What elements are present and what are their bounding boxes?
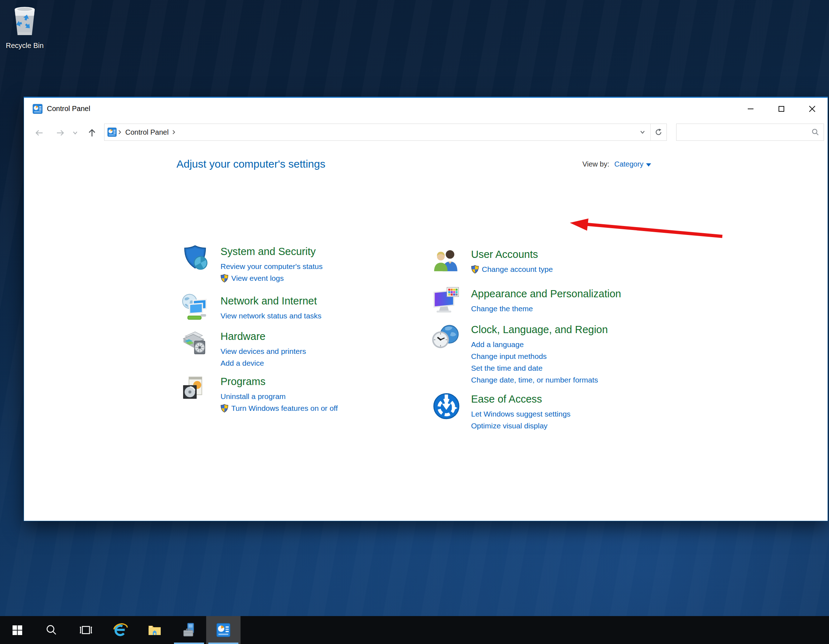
control-panel-icon	[107, 128, 117, 137]
control-panel-icon	[33, 104, 43, 114]
system-window-button[interactable]	[172, 616, 206, 644]
task-link[interactable]: Turn Windows features on or off	[231, 404, 338, 413]
file-explorer-icon	[147, 623, 162, 637]
recycle-bin-icon	[9, 3, 40, 38]
recycle-bin-label: Recycle Bin	[5, 41, 44, 50]
category-title-link[interactable]: User Accounts	[471, 248, 553, 260]
running-indicator	[208, 642, 238, 644]
window-title: Control Panel	[47, 104, 90, 113]
task-link[interactable]: Set the time and date	[471, 364, 543, 373]
task-link[interactable]: Uninstall a program	[221, 392, 286, 401]
breadcrumb-control-panel[interactable]: Control Panel	[125, 128, 169, 136]
desktop: Recycle Bin Control Panel	[0, 0, 829, 644]
close-icon	[808, 104, 816, 113]
task-link[interactable]: Add a device	[221, 359, 264, 368]
internet-explorer-icon	[112, 622, 129, 638]
start-button[interactable]	[0, 616, 35, 644]
breadcrumb-chevron-icon[interactable]	[171, 129, 177, 136]
user-accounts-icon[interactable]	[432, 247, 461, 276]
task-link[interactable]: Optimize visual display	[471, 421, 548, 430]
programs-icon[interactable]	[180, 374, 210, 403]
close-button[interactable]	[797, 98, 827, 120]
refresh-button[interactable]	[651, 124, 667, 140]
control-panel-window: Control Panel	[24, 97, 828, 521]
system-and-security-icon[interactable]	[180, 244, 210, 273]
search-icon	[811, 128, 820, 136]
recent-pages-button[interactable]	[69, 125, 81, 141]
back-button[interactable]	[31, 125, 47, 141]
view-by-dropdown[interactable]: Category	[614, 160, 651, 168]
task-link[interactable]: Let Windows suggest settings	[471, 410, 571, 418]
task-link[interactable]: Review your computer's status	[221, 262, 323, 271]
internet-explorer-button[interactable]	[103, 616, 137, 644]
page-title: Adjust your computer's settings	[177, 158, 325, 170]
recycle-bin[interactable]: Recycle Bin	[5, 3, 44, 50]
forward-button[interactable]	[53, 125, 68, 141]
maximize-button[interactable]	[766, 98, 797, 120]
address-bar[interactable]: Control Panel	[104, 123, 667, 141]
control-panel-icon	[216, 623, 230, 637]
taskbar	[0, 616, 829, 644]
taskbar-search-button[interactable]	[35, 616, 69, 644]
category-title-link[interactable]: System and Security	[221, 245, 323, 257]
control-panel-button[interactable]	[206, 616, 241, 644]
appearance-and-personalization-icon[interactable]	[432, 286, 461, 316]
pc-briefcase-icon	[181, 622, 197, 638]
maximize-icon	[777, 105, 785, 113]
control-panel-content: Adjust your computer's settings View by:…	[24, 145, 827, 521]
network-and-internet-icon[interactable]	[180, 294, 210, 323]
task-link[interactable]: Add a language	[471, 340, 524, 349]
back-arrow-icon	[34, 128, 44, 138]
uac-shield-icon	[221, 404, 229, 413]
up-button[interactable]	[84, 125, 100, 141]
category-title-link[interactable]: Network and Internet	[221, 295, 322, 307]
uac-shield-icon	[221, 274, 229, 283]
search-box	[676, 123, 824, 141]
up-arrow-icon	[87, 128, 97, 138]
task-link[interactable]: View devices and printers	[221, 347, 306, 356]
navigation-bar: Control Panel	[24, 120, 827, 145]
search-input[interactable]	[676, 128, 807, 136]
task-link[interactable]: Change date, time, or number formats	[471, 376, 598, 384]
category-title-link[interactable]: Programs	[221, 376, 338, 388]
category-title-link[interactable]: Hardware	[221, 330, 306, 343]
dropdown-triangle-icon	[646, 163, 651, 167]
chevron-down-icon	[72, 129, 79, 136]
category-title-link[interactable]: Ease of Access	[471, 393, 571, 405]
hardware-icon[interactable]	[180, 329, 210, 358]
view-by-label: View by:	[582, 160, 609, 168]
task-link[interactable]: View network status and tasks	[221, 312, 322, 320]
running-indicator	[174, 642, 204, 644]
search-icon	[45, 623, 58, 636]
category-title-link[interactable]: Appearance and Personalization	[471, 287, 621, 300]
task-link[interactable]: Change input methods	[471, 352, 547, 361]
clock-language-region-icon[interactable]	[432, 322, 461, 351]
task-link[interactable]: View event logs	[231, 274, 284, 283]
task-link-change-account-type[interactable]: Change account type	[482, 265, 553, 274]
ease-of-access-icon[interactable]	[432, 391, 461, 421]
task-view-button[interactable]	[69, 616, 103, 644]
search-button[interactable]	[807, 128, 824, 136]
address-dropdown-button[interactable]	[635, 124, 650, 140]
minimize-button[interactable]	[735, 98, 766, 120]
title-bar[interactable]: Control Panel	[24, 98, 827, 120]
task-link[interactable]: Change the theme	[471, 305, 533, 313]
refresh-icon	[654, 128, 663, 136]
chevron-down-icon	[639, 129, 646, 136]
file-explorer-button[interactable]	[137, 616, 172, 644]
task-view-icon	[79, 624, 93, 636]
windows-logo-icon	[11, 624, 23, 636]
view-by-value: Category	[614, 160, 643, 168]
minimize-icon	[747, 105, 755, 113]
forward-arrow-icon	[55, 128, 66, 138]
breadcrumb-chevron-icon[interactable]	[117, 129, 123, 136]
category-title-link[interactable]: Clock, Language, and Region	[471, 324, 608, 336]
uac-shield-icon	[471, 265, 479, 274]
